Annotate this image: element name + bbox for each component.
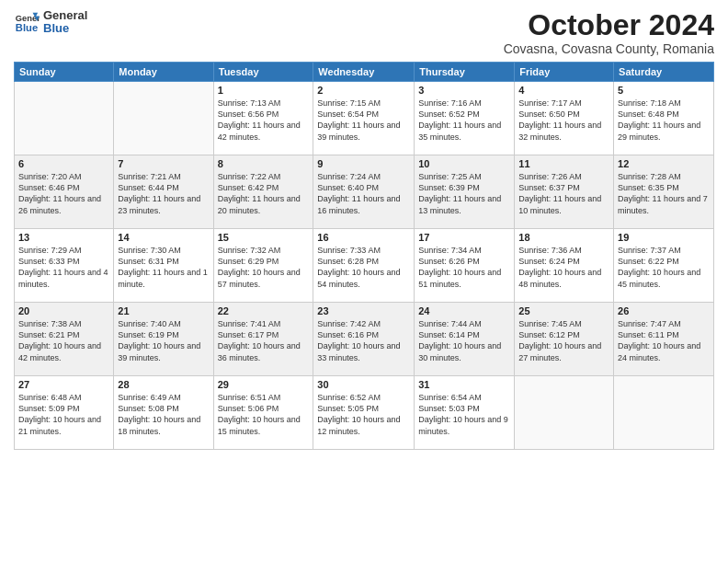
- calendar-cell: 11Sunrise: 7:26 AMSunset: 6:37 PMDayligh…: [515, 155, 614, 229]
- day-info: Sunrise: 7:18 AMSunset: 6:48 PMDaylight:…: [618, 98, 710, 143]
- calendar-week-row: 13Sunrise: 7:29 AMSunset: 6:33 PMDayligh…: [15, 229, 714, 303]
- calendar-cell: 15Sunrise: 7:32 AMSunset: 6:29 PMDayligh…: [213, 229, 313, 303]
- day-info: Sunrise: 7:17 AMSunset: 6:50 PMDaylight:…: [518, 98, 609, 143]
- calendar: SundayMondayTuesdayWednesdayThursdayFrid…: [14, 62, 714, 450]
- day-number: 8: [218, 158, 310, 169]
- weekday-header: Monday: [114, 63, 213, 82]
- calendar-cell: 4Sunrise: 7:17 AMSunset: 6:50 PMDaylight…: [515, 82, 614, 155]
- day-number: 13: [18, 232, 109, 243]
- calendar-cell: 12Sunrise: 7:28 AMSunset: 6:35 PMDayligh…: [614, 155, 714, 229]
- weekday-header: Thursday: [415, 63, 515, 82]
- day-info: Sunrise: 7:41 AMSunset: 6:17 PMDaylight:…: [218, 318, 310, 363]
- day-info: Sunrise: 7:32 AMSunset: 6:29 PMDaylight:…: [218, 245, 310, 290]
- calendar-cell: 19Sunrise: 7:37 AMSunset: 6:22 PMDayligh…: [614, 229, 714, 303]
- day-number: 12: [618, 158, 710, 169]
- location: Covasna, Covasna County, Romania: [504, 41, 714, 56]
- day-info: Sunrise: 7:13 AMSunset: 6:56 PMDaylight:…: [218, 98, 310, 143]
- weekday-header: Friday: [515, 63, 614, 82]
- calendar-week-row: 1Sunrise: 7:13 AMSunset: 6:56 PMDaylight…: [15, 82, 714, 155]
- calendar-cell: 18Sunrise: 7:36 AMSunset: 6:24 PMDayligh…: [515, 229, 614, 303]
- calendar-cell: 7Sunrise: 7:21 AMSunset: 6:44 PMDaylight…: [114, 155, 213, 229]
- day-number: 15: [218, 232, 310, 243]
- month-title: October 2024: [504, 9, 714, 41]
- day-info: Sunrise: 7:34 AMSunset: 6:26 PMDaylight:…: [418, 245, 510, 290]
- calendar-cell: [15, 82, 114, 155]
- calendar-cell: 21Sunrise: 7:40 AMSunset: 6:19 PMDayligh…: [114, 303, 213, 376]
- calendar-cell: 20Sunrise: 7:38 AMSunset: 6:21 PMDayligh…: [15, 303, 114, 376]
- calendar-cell: 16Sunrise: 7:33 AMSunset: 6:28 PMDayligh…: [313, 229, 415, 303]
- title-section: October 2024 Covasna, Covasna County, Ro…: [504, 9, 714, 56]
- day-info: Sunrise: 7:42 AMSunset: 6:16 PMDaylight:…: [317, 318, 410, 363]
- day-number: 25: [518, 305, 609, 316]
- day-number: 7: [118, 158, 209, 169]
- day-number: 1: [218, 85, 310, 96]
- logo-blue-text: Blue: [43, 22, 87, 35]
- calendar-cell: 10Sunrise: 7:25 AMSunset: 6:39 PMDayligh…: [415, 155, 515, 229]
- day-number: 18: [518, 232, 609, 243]
- calendar-week-row: 6Sunrise: 7:20 AMSunset: 6:46 PMDaylight…: [15, 155, 714, 229]
- day-number: 16: [317, 232, 410, 243]
- day-info: Sunrise: 7:21 AMSunset: 6:44 PMDaylight:…: [118, 171, 209, 216]
- day-info: Sunrise: 7:38 AMSunset: 6:21 PMDaylight:…: [18, 318, 109, 363]
- calendar-cell: 6Sunrise: 7:20 AMSunset: 6:46 PMDaylight…: [15, 155, 114, 229]
- day-number: 17: [418, 232, 510, 243]
- calendar-cell: 30Sunrise: 6:52 AMSunset: 5:05 PMDayligh…: [313, 376, 415, 450]
- calendar-cell: 31Sunrise: 6:54 AMSunset: 5:03 PMDayligh…: [415, 376, 515, 450]
- day-info: Sunrise: 7:29 AMSunset: 6:33 PMDaylight:…: [18, 245, 109, 290]
- day-info: Sunrise: 7:25 AMSunset: 6:39 PMDaylight:…: [418, 171, 510, 216]
- day-number: 23: [317, 305, 410, 316]
- day-number: 10: [418, 158, 510, 169]
- weekday-header: Wednesday: [313, 63, 415, 82]
- day-info: Sunrise: 7:15 AMSunset: 6:54 PMDaylight:…: [317, 98, 410, 143]
- calendar-cell: 23Sunrise: 7:42 AMSunset: 6:16 PMDayligh…: [313, 303, 415, 376]
- calendar-cell: 29Sunrise: 6:51 AMSunset: 5:06 PMDayligh…: [213, 376, 313, 450]
- calendar-cell: 27Sunrise: 6:48 AMSunset: 5:09 PMDayligh…: [15, 376, 114, 450]
- day-number: 22: [218, 305, 310, 316]
- day-number: 26: [618, 305, 710, 316]
- day-info: Sunrise: 7:22 AMSunset: 6:42 PMDaylight:…: [218, 171, 310, 216]
- day-info: Sunrise: 7:28 AMSunset: 6:35 PMDaylight:…: [618, 171, 710, 216]
- day-number: 6: [18, 158, 109, 169]
- day-number: 11: [518, 158, 609, 169]
- day-number: 24: [418, 305, 510, 316]
- day-info: Sunrise: 7:24 AMSunset: 6:40 PMDaylight:…: [317, 171, 410, 216]
- calendar-cell: 5Sunrise: 7:18 AMSunset: 6:48 PMDaylight…: [614, 82, 714, 155]
- calendar-cell: 2Sunrise: 7:15 AMSunset: 6:54 PMDaylight…: [313, 82, 415, 155]
- day-number: 4: [518, 85, 609, 96]
- calendar-cell: 22Sunrise: 7:41 AMSunset: 6:17 PMDayligh…: [213, 303, 313, 376]
- day-info: Sunrise: 7:16 AMSunset: 6:52 PMDaylight:…: [418, 98, 510, 143]
- day-info: Sunrise: 6:54 AMSunset: 5:03 PMDaylight:…: [418, 392, 510, 437]
- day-number: 19: [618, 232, 710, 243]
- day-info: Sunrise: 6:52 AMSunset: 5:05 PMDaylight:…: [317, 392, 410, 437]
- day-info: Sunrise: 7:44 AMSunset: 6:14 PMDaylight:…: [418, 318, 510, 363]
- day-info: Sunrise: 7:30 AMSunset: 6:31 PMDaylight:…: [118, 245, 209, 290]
- day-info: Sunrise: 6:49 AMSunset: 5:08 PMDaylight:…: [118, 392, 209, 437]
- day-number: 29: [218, 379, 310, 390]
- day-number: 28: [118, 379, 209, 390]
- day-number: 31: [418, 379, 510, 390]
- day-info: Sunrise: 6:51 AMSunset: 5:06 PMDaylight:…: [218, 392, 310, 437]
- day-number: 9: [317, 158, 410, 169]
- day-number: 2: [317, 85, 410, 96]
- day-info: Sunrise: 6:48 AMSunset: 5:09 PMDaylight:…: [18, 392, 109, 437]
- calendar-week-row: 20Sunrise: 7:38 AMSunset: 6:21 PMDayligh…: [15, 303, 714, 376]
- day-info: Sunrise: 7:33 AMSunset: 6:28 PMDaylight:…: [317, 245, 410, 290]
- header: General Blue General Blue October 2024 C…: [14, 9, 714, 56]
- calendar-cell: 1Sunrise: 7:13 AMSunset: 6:56 PMDaylight…: [213, 82, 313, 155]
- day-number: 27: [18, 379, 109, 390]
- calendar-cell: [114, 82, 213, 155]
- calendar-cell: [614, 376, 714, 450]
- day-number: 21: [118, 305, 209, 316]
- svg-text:Blue: Blue: [16, 23, 38, 34]
- calendar-cell: [515, 376, 614, 450]
- calendar-cell: 25Sunrise: 7:45 AMSunset: 6:12 PMDayligh…: [515, 303, 614, 376]
- logo-general-text: General: [43, 9, 87, 22]
- day-info: Sunrise: 7:36 AMSunset: 6:24 PMDaylight:…: [518, 245, 609, 290]
- day-number: 20: [18, 305, 109, 316]
- weekday-header: Sunday: [15, 63, 114, 82]
- weekday-header: Tuesday: [213, 63, 313, 82]
- day-info: Sunrise: 7:47 AMSunset: 6:11 PMDaylight:…: [618, 318, 710, 363]
- calendar-cell: 26Sunrise: 7:47 AMSunset: 6:11 PMDayligh…: [614, 303, 714, 376]
- calendar-cell: 17Sunrise: 7:34 AMSunset: 6:26 PMDayligh…: [415, 229, 515, 303]
- calendar-week-row: 27Sunrise: 6:48 AMSunset: 5:09 PMDayligh…: [15, 376, 714, 450]
